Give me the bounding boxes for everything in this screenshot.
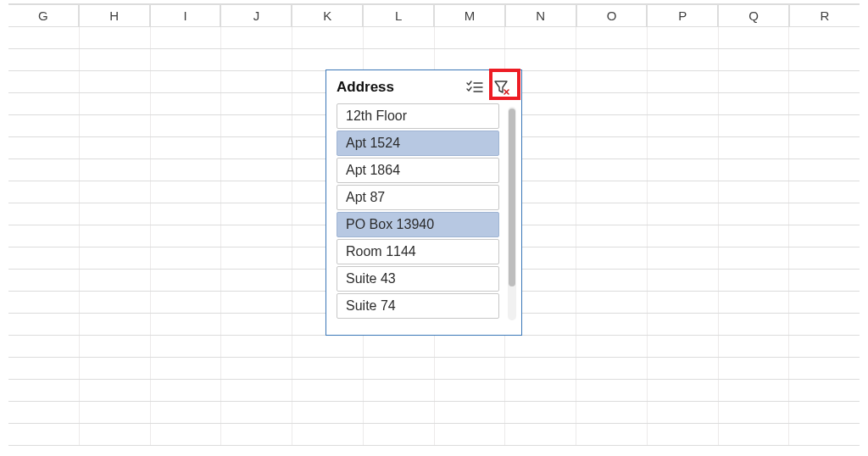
grid-cell[interactable] [8,181,80,203]
grid-cell[interactable] [576,380,648,401]
grid-cell[interactable] [151,358,222,379]
grid-cell[interactable] [221,336,292,357]
grid-cell[interactable] [719,27,790,48]
grid-cell[interactable] [576,181,648,203]
grid-cell[interactable] [789,137,860,158]
grid-cell[interactable] [576,424,648,445]
grid-cell[interactable] [648,181,719,203]
grid-cell[interactable] [80,402,151,423]
grid-cell[interactable] [8,71,80,92]
grid-cell[interactable] [364,424,435,445]
column-header[interactable]: O [576,5,648,26]
grid-cell[interactable] [435,27,506,48]
grid-cell[interactable] [151,137,222,158]
slicer-panel[interactable]: Address [326,70,522,336]
grid-cell[interactable] [648,292,719,313]
grid-cell[interactable] [221,247,292,269]
grid-cell[interactable] [505,27,576,48]
grid-cell[interactable] [221,137,292,158]
grid-cell[interactable] [221,27,292,48]
grid-cell[interactable] [648,93,719,114]
grid-cell[interactable] [789,115,860,136]
grid-cell[interactable] [221,115,292,136]
slicer-item[interactable]: Room 1144 [337,239,499,264]
grid-cell[interactable] [505,402,576,423]
slicer-item[interactable]: Apt 87 [337,185,499,210]
grid-cell[interactable] [435,336,506,357]
grid-cell[interactable] [8,424,80,445]
grid-cell[interactable] [292,49,364,70]
grid-cell[interactable] [80,247,151,269]
grid-cell[interactable] [151,336,222,357]
grid-cell[interactable] [221,424,292,445]
grid-cell[interactable] [151,203,222,225]
grid-cell[interactable] [435,424,506,445]
grid-cell[interactable] [576,225,648,247]
grid-cell[interactable] [80,71,151,92]
grid-cell[interactable] [576,93,648,114]
grid-cell[interactable] [789,424,860,445]
grid-cell[interactable] [80,358,151,379]
slicer-item[interactable]: Apt 1524 [337,131,499,156]
column-header[interactable]: Q [718,5,789,26]
grid-cell[interactable] [8,49,80,70]
grid-cell[interactable] [648,115,719,136]
grid-cell[interactable] [8,314,80,335]
grid-cell[interactable] [719,358,790,379]
grid-cell[interactable] [151,181,222,203]
grid-cell[interactable] [648,358,719,379]
grid-cell[interactable] [292,424,364,445]
column-header[interactable]: I [150,5,221,26]
grid-cell[interactable] [151,71,222,92]
grid-cell[interactable] [221,225,292,247]
grid-cell[interactable] [151,314,222,335]
grid-cell[interactable] [576,336,648,357]
grid-cell[interactable] [8,247,80,269]
grid-cell[interactable] [648,225,719,247]
slicer-scroll-thumb[interactable] [509,108,515,286]
grid-cell[interactable] [576,115,648,136]
grid-cell[interactable] [648,27,719,48]
grid-cell[interactable] [80,424,151,445]
column-header[interactable]: L [363,5,434,26]
grid-cell[interactable] [364,402,435,423]
grid-cell[interactable] [8,402,80,423]
grid-cell[interactable] [435,380,506,401]
grid-cell[interactable] [648,424,719,445]
slicer-item[interactable]: Suite 43 [337,266,499,292]
grid-cell[interactable] [505,49,576,70]
grid-cell[interactable] [221,203,292,225]
grid-cell[interactable] [221,181,292,203]
grid-cell[interactable] [80,380,151,401]
grid-cell[interactable] [364,336,435,357]
grid-cell[interactable] [789,380,860,401]
grid-cell[interactable] [648,336,719,357]
grid-cell[interactable] [364,27,435,48]
grid-cell[interactable] [151,424,222,445]
grid-cell[interactable] [576,314,648,335]
grid-cell[interactable] [292,27,364,48]
grid-cell[interactable] [648,380,719,401]
grid-cell[interactable] [789,71,860,92]
slicer-item[interactable]: 12th Floor [337,103,499,129]
column-header[interactable]: K [292,5,363,26]
grid-cell[interactable] [8,27,80,48]
grid-cell[interactable] [80,270,151,291]
grid-cell[interactable] [8,159,80,181]
grid-cell[interactable] [80,137,151,158]
grid-cell[interactable] [719,424,790,445]
grid-cell[interactable] [151,270,222,291]
grid-cell[interactable] [221,49,292,70]
grid-cell[interactable] [221,71,292,92]
grid-cell[interactable] [8,358,80,379]
grid-cell[interactable] [576,49,648,70]
grid-cell[interactable] [648,402,719,423]
grid-cell[interactable] [221,270,292,291]
grid-cell[interactable] [576,203,648,225]
grid-cell[interactable] [648,247,719,269]
grid-cell[interactable] [80,336,151,357]
grid-cell[interactable] [789,225,860,247]
grid-cell[interactable] [435,358,506,379]
grid-cell[interactable] [576,159,648,181]
grid-cell[interactable] [648,203,719,225]
